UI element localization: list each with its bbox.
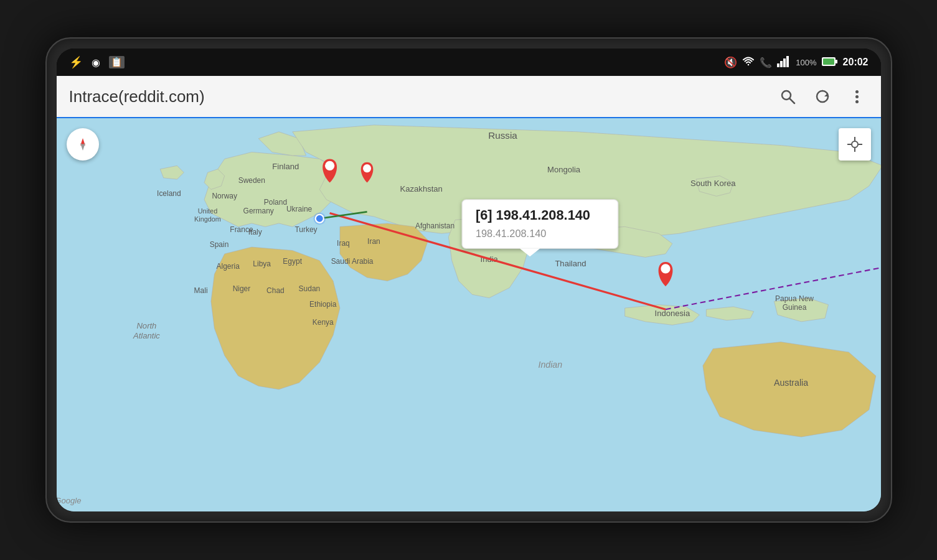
svg-text:Atlantic: Atlantic bbox=[132, 331, 159, 340]
usb-icon: ⚡ bbox=[69, 55, 83, 69]
signal-icon bbox=[777, 56, 791, 69]
svg-text:Google: Google bbox=[57, 496, 81, 505]
svg-rect-5 bbox=[823, 58, 834, 65]
wifi-icon bbox=[742, 56, 755, 68]
refresh-button[interactable] bbox=[811, 85, 834, 108]
svg-rect-3 bbox=[786, 56, 789, 67]
russia-label: Russia bbox=[488, 130, 517, 141]
south-korea-label: South Korea bbox=[690, 179, 735, 188]
svg-point-18 bbox=[363, 164, 371, 172]
algeria-label: Algeria bbox=[216, 262, 240, 271]
svg-point-17 bbox=[324, 161, 334, 170]
compass-button[interactable] bbox=[67, 128, 99, 161]
niger-label: Niger bbox=[232, 284, 250, 293]
indian-ocean-label: Indian bbox=[538, 360, 562, 370]
turkey-label: Turkey bbox=[294, 225, 317, 234]
svg-text:198.41.208.140: 198.41.208.140 bbox=[475, 228, 546, 239]
svg-rect-0 bbox=[777, 63, 779, 67]
search-button[interactable] bbox=[776, 85, 799, 108]
svg-rect-6 bbox=[836, 60, 837, 63]
app-title: Intrace(reddit.com) bbox=[69, 87, 776, 106]
phone-icon: 📞 bbox=[760, 57, 772, 68]
app-bar: Intrace(reddit.com) bbox=[57, 76, 881, 118]
thailand-label: Thailand bbox=[555, 259, 586, 268]
status-left-icons: ⚡ ◉ 📋 bbox=[69, 55, 125, 69]
libya-label: Libya bbox=[253, 259, 271, 268]
atlantic-label: North bbox=[136, 321, 156, 330]
status-right-icons: 🔇 📞 bbox=[724, 56, 868, 69]
blue-dot bbox=[313, 212, 326, 225]
location-button[interactable] bbox=[839, 128, 871, 161]
saudi-label: Saudi Arabia bbox=[331, 257, 373, 266]
info-popup-group[interactable]: [6] 198.41.208.140 198.41.208.140 bbox=[462, 200, 618, 257]
svg-text:Guinea: Guinea bbox=[782, 303, 806, 312]
app-bar-icons bbox=[776, 85, 869, 108]
svg-point-29 bbox=[852, 141, 858, 147]
egypt-label: Egypt bbox=[283, 257, 302, 266]
poland-label: Poland bbox=[263, 198, 286, 207]
sweden-label: Sweden bbox=[238, 176, 265, 185]
device-frame: ⚡ ◉ 📋 🔇 📞 bbox=[45, 37, 892, 523]
mute-icon: 🔇 bbox=[724, 56, 737, 69]
finland-label: Finland bbox=[272, 162, 299, 171]
battery-percent: 100% bbox=[796, 58, 816, 67]
germany-label: Germany bbox=[243, 207, 273, 215]
spain-label: Spain bbox=[209, 240, 228, 249]
italy-label: Italy bbox=[248, 228, 261, 236]
iraq-label: Iraq bbox=[337, 239, 350, 248]
status-time: 20:02 bbox=[843, 57, 869, 68]
norway-label: Norway bbox=[212, 192, 237, 200]
svg-text:[6] 198.41.208.140: [6] 198.41.208.140 bbox=[475, 207, 590, 223]
papua-label: Papua New bbox=[775, 294, 814, 303]
kazakhstan-label: Kazakhstan bbox=[400, 184, 442, 194]
status-bar: ⚡ ◉ 📋 🔇 📞 bbox=[57, 49, 881, 76]
iceland-label: Iceland bbox=[157, 189, 181, 198]
afghanistan-label: Afghanistan bbox=[415, 222, 454, 230]
more-button[interactable] bbox=[846, 85, 869, 108]
ukraine-label: Ukraine bbox=[286, 205, 312, 213]
svg-point-21 bbox=[661, 264, 670, 273]
map-container[interactable]: Russia Finland Sweden Norway Iceland Uni… bbox=[57, 118, 881, 511]
svg-rect-2 bbox=[783, 58, 786, 67]
svg-line-8 bbox=[789, 98, 794, 103]
ethiopia-label: Ethiopia bbox=[309, 300, 337, 309]
sudan-label: Sudan bbox=[298, 284, 320, 293]
location-status-icon: ◉ bbox=[92, 57, 100, 68]
mali-label: Mali bbox=[194, 286, 207, 295]
mongolia-label: Mongolia bbox=[547, 165, 581, 174]
uk-label: United bbox=[197, 207, 217, 215]
svg-text:Kingdom: Kingdom bbox=[194, 215, 221, 223]
kenya-label: Kenya bbox=[312, 318, 333, 327]
indonesia-label: Indonesia bbox=[654, 309, 690, 318]
svg-point-20 bbox=[315, 215, 323, 223]
svg-rect-1 bbox=[780, 61, 783, 67]
device-screen: ⚡ ◉ 📋 🔇 📞 bbox=[57, 49, 881, 511]
map-background: Russia Finland Sweden Norway Iceland Uni… bbox=[57, 118, 881, 511]
iran-label: Iran bbox=[367, 237, 380, 246]
chad-label: Chad bbox=[266, 286, 285, 295]
australia-label: Australia bbox=[774, 378, 808, 388]
battery-icon bbox=[822, 57, 838, 68]
clipboard-icon: 📋 bbox=[109, 56, 125, 68]
